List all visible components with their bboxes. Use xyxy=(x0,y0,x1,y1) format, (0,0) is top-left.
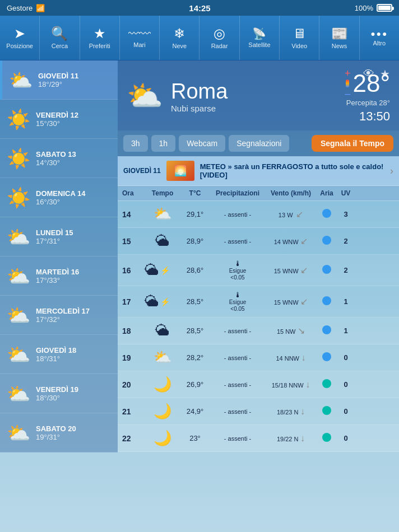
video-icon: 🖥 xyxy=(293,27,306,40)
cell-aria-21 xyxy=(316,406,337,417)
day-temp-lun15: 17°/31° xyxy=(36,237,73,245)
header-precipitazioni: Precipitazioni xyxy=(210,189,266,197)
weather-row-21: 21 🌙 24,9° - assenti - 18/23 N ↓ 0 xyxy=(118,398,399,425)
nav-item-mari[interactable]: 〰〰 Mari xyxy=(120,16,160,60)
nav-item-preferiti[interactable]: ★ Preferiti xyxy=(80,16,120,60)
nav-item-posizione[interactable]: ➤ Posizione xyxy=(0,16,40,60)
day-item-sab20[interactable]: ⛅ SABATO 20 19°/31° xyxy=(0,413,118,452)
nav-label-posizione: Posizione xyxy=(6,43,33,49)
day-name-mar16: MARTEDÌ 16 xyxy=(36,268,79,276)
tab-1h[interactable]: 1h xyxy=(151,135,176,152)
cell-precip-19: - assenti - xyxy=(210,353,266,362)
cell-vento-14: 13 W ↙ xyxy=(266,209,316,220)
cell-aria-14 xyxy=(316,209,337,220)
nav-item-neve[interactable]: ❄ Neve xyxy=(160,16,200,60)
navigation-bar: ➤ Posizione 🔍 Cerca ★ Preferiti 〰〰 Mari … xyxy=(0,16,399,60)
search-icon: 🔍 xyxy=(51,27,68,40)
nav-item-news[interactable]: 📰 News xyxy=(319,16,359,60)
weather-row-19: 19 ⛅ 28,2° - assenti - 14 NNW ↓ 0 xyxy=(118,344,399,371)
day-icon-lun15: ⛅ xyxy=(7,226,30,248)
cell-ora-22: 22 xyxy=(122,434,145,443)
day-temp-sab20: 19°/31° xyxy=(36,433,76,441)
cell-precip-17: 🌡 Esigue <0.05 xyxy=(210,291,266,312)
eye-icon[interactable]: 👁 xyxy=(363,67,374,81)
weather-row-14: 14 ⛅ 29,1° - assenti - 13 W ↙ 3 xyxy=(118,201,399,228)
nav-label-mari: Mari xyxy=(133,41,145,48)
day-temp-gio11: 18°/29° xyxy=(38,80,78,88)
nav-item-satellite[interactable]: 📡 Satellite xyxy=(240,16,280,60)
tab-webcam[interactable]: Webcam xyxy=(179,135,225,152)
city-header: ⛅ Roma Nubi sparse + – 28° Percepita 28°… xyxy=(118,60,399,130)
day-name-ven12: VENERDÌ 12 xyxy=(36,111,78,119)
news-thumbnail: 🌅 xyxy=(166,161,194,181)
cell-aria-22 xyxy=(316,433,337,444)
cell-temp-18: 28,5° xyxy=(180,326,210,335)
cell-precip-22: - assenti - xyxy=(210,434,266,442)
cell-ora-21: 21 xyxy=(122,407,145,416)
tab-segnalazioni[interactable]: Segnalazioni xyxy=(229,135,289,152)
nav-item-radar[interactable]: ◎ Radar xyxy=(200,16,239,60)
cell-vento-18: 15 NW ↘ xyxy=(266,325,316,336)
day-item-mar16[interactable]: ⛅ MARTEDÌ 16 17°/33° xyxy=(0,256,118,296)
nav-label-radar: Radar xyxy=(211,43,228,49)
day-icon-ven12: ☀️ xyxy=(7,108,30,130)
day-item-gio11[interactable]: ⛅ GIOVEDÌ 11 18°/29° xyxy=(0,60,118,100)
percepita-label: Percepita 28° xyxy=(346,99,390,107)
cell-temp-22: 23° xyxy=(180,434,210,442)
news-banner[interactable]: GIOVEDÌ 11 🌅 METEO » sarà un FERRAGOSTO … xyxy=(118,156,399,186)
battery-icon xyxy=(377,4,392,12)
city-weather-icon: ⛅ xyxy=(127,79,163,113)
day-item-dom14[interactable]: ☀️ DOMENICA 14 16°/30° xyxy=(0,178,118,217)
day-name-mer17: MERCOLEDÌ 17 xyxy=(36,307,90,315)
day-item-mer17[interactable]: ⛅ MERCOLEDÌ 17 17°/32° xyxy=(0,296,118,335)
day-icon-mer17: ⛅ xyxy=(7,304,30,326)
cell-icon-18: 🌥 xyxy=(145,322,180,339)
cell-temp-16: 28,6° xyxy=(180,266,210,274)
day-name-ven19: VENERDÌ 19 xyxy=(36,385,78,394)
status-bar: Gestore 📶 14:25 100% xyxy=(0,0,399,16)
cell-ora-16: 16 xyxy=(122,266,145,275)
tab-3h[interactable]: 3h xyxy=(123,135,148,152)
nav-item-video[interactable]: 🖥 Video xyxy=(280,16,319,60)
nav-item-altro[interactable]: ●●● Altro xyxy=(360,16,399,60)
header-vento: Vento (km/h) xyxy=(266,189,316,197)
day-temp-dom14: 16°/30° xyxy=(36,198,85,206)
cell-temp-20: 26,9° xyxy=(180,380,210,389)
day-temp-ven12: 15°/30° xyxy=(36,119,78,128)
cell-ora-18: 18 xyxy=(122,326,145,335)
cell-icon-14: ⛅ xyxy=(145,206,180,223)
nav-label-altro: Altro xyxy=(373,40,386,46)
cell-temp-15: 28,9° xyxy=(180,237,210,245)
cell-icon-21: 🌙 xyxy=(145,403,180,420)
cell-precip-16: 🌡 Esigue <0.05 xyxy=(210,259,266,281)
day-item-ven12[interactable]: ☀️ VENERDÌ 12 15°/30° xyxy=(0,100,118,139)
cell-vento-16: 15 WNW ↙ xyxy=(266,265,316,276)
cell-vento-22: 19/22 N ↓ xyxy=(266,433,316,444)
tab-segnala-tempo[interactable]: Segnala il Tempo xyxy=(312,135,393,152)
cell-vento-15: 14 WNW ↙ xyxy=(266,236,316,246)
days-sidebar: ⛅ GIOVEDÌ 11 18°/29° ☀️ VENERDÌ 12 15°/3… xyxy=(0,60,118,532)
weather-row-20: 20 🌙 26,9° - assenti - 15/18 NNW ↓ 0 xyxy=(118,371,399,398)
city-description: Nubi sparse xyxy=(171,104,337,113)
cell-vento-17: 15 WNW ↙ xyxy=(266,296,316,307)
nav-label-satellite: Satellite xyxy=(248,41,270,48)
nav-label-neve: Neve xyxy=(172,43,187,49)
satellite-icon: 📡 xyxy=(252,28,266,39)
day-icon-gio18: ⛅ xyxy=(7,343,30,366)
day-item-ven19[interactable]: ⛅ VENERDÌ 19 18°/30° xyxy=(0,374,118,413)
cell-aria-19 xyxy=(316,352,337,363)
weather-row-15: 15 🌥 28,9° - assenti - 14 WNW ↙ 2 xyxy=(118,228,399,255)
nav-label-preferiti: Preferiti xyxy=(89,43,110,49)
header-uv: UV xyxy=(337,189,354,197)
favorite-star-icon[interactable]: ★ xyxy=(380,67,390,81)
day-name-sab13: SABATO 13 xyxy=(36,150,76,158)
day-item-lun15[interactable]: ⛅ LUNEDÌ 15 17°/31° xyxy=(0,217,118,256)
cell-precip-21: - assenti - xyxy=(210,407,266,416)
day-item-gio18[interactable]: ⛅ GIOVEDÌ 18 18°/31° xyxy=(0,335,118,374)
nav-item-cerca[interactable]: 🔍 Cerca xyxy=(40,16,80,60)
day-name-gio18: GIOVEDÌ 18 xyxy=(36,346,76,354)
day-item-sab13[interactable]: ☀️ SABATO 13 14°/30° xyxy=(0,139,118,178)
cell-vento-19: 14 NNW ↓ xyxy=(266,353,316,363)
cell-icon-19: ⛅ xyxy=(145,349,180,366)
cell-aria-17 xyxy=(316,296,337,307)
